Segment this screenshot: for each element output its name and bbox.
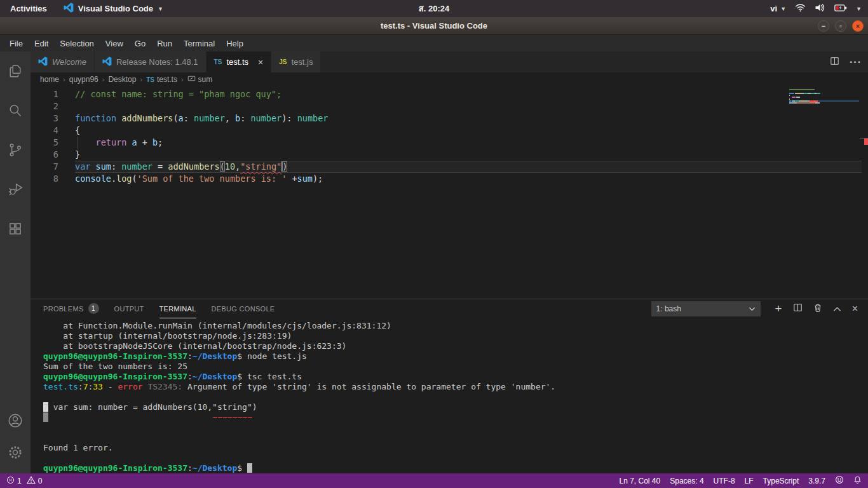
tab-release-notes-1.48.1[interactable]: Release Notes: 1.48.1 <box>95 51 206 72</box>
menubar: FileEditSelectionViewGoRunTerminalHelp <box>0 35 868 51</box>
keyboard-layout-indicator[interactable]: vi▼ <box>770 4 786 13</box>
breadcrumb-separator: › <box>139 76 144 83</box>
problems-status[interactable]: 1 0 <box>6 476 42 486</box>
line-number: 8 <box>31 173 58 185</box>
error-icon <box>6 476 15 486</box>
vscode-logo-icon <box>102 57 112 68</box>
breadcrumb-item-desktop[interactable]: Desktop <box>108 75 136 84</box>
breadcrumb-item-home[interactable]: home <box>40 75 59 84</box>
battery-icon <box>834 4 847 14</box>
terminal-output[interactable]: at Function.Module.runMain (internal/mod… <box>31 318 868 473</box>
minimap-line <box>789 95 859 96</box>
chevron-down-icon[interactable]: ▼ <box>856 6 862 12</box>
feedback-icon[interactable] <box>835 475 844 486</box>
indentation[interactable]: Spaces: 4 <box>670 477 703 485</box>
app-menu-label: Visual Studio Code <box>78 4 153 13</box>
minimize-button[interactable]: − <box>818 20 829 32</box>
more-actions-icon[interactable]: ··· <box>850 57 862 68</box>
problems-count-badge: 1 <box>88 303 99 314</box>
panel-tab-output[interactable]: OUTPUT <box>114 299 144 318</box>
code-line-7: var sum: number = addNumbers(10,"string"… <box>75 161 862 173</box>
run-debug-icon[interactable] <box>0 173 31 205</box>
breadcrumb-label: Desktop <box>108 75 136 84</box>
maximize-panel-icon[interactable] <box>833 303 841 315</box>
line-number: 5 <box>31 137 58 149</box>
menu-edit[interactable]: Edit <box>29 37 54 50</box>
app-menu[interactable]: Visual Studio Code ▼ <box>57 0 170 17</box>
eol-sequence[interactable]: LF <box>745 477 754 485</box>
menu-run[interactable]: Run <box>151 37 178 50</box>
split-editor-icon[interactable] <box>830 57 839 68</box>
breadcrumb-item-sum[interactable]: sum <box>187 74 213 85</box>
split-terminal-icon[interactable] <box>793 303 803 315</box>
tab-label: test.ts <box>226 57 248 67</box>
breadcrumb-separator: › <box>180 76 185 83</box>
menu-help[interactable]: Help <box>220 37 249 50</box>
ubuntu-top-bar: Activities Visual Studio Code ▼ ส. 20:24… <box>0 0 868 17</box>
panel-tab-debug-console[interactable]: DEBUG CONSOLE <box>212 299 275 318</box>
breadcrumb-item-quypn96[interactable]: quypn96 <box>69 75 98 84</box>
menu-view[interactable]: View <box>100 37 129 50</box>
clock[interactable]: ส. 20:24 <box>419 2 449 15</box>
panel-tab-label: TERMINAL <box>159 305 196 313</box>
minimap-line <box>789 100 859 102</box>
ts-file-icon: TS <box>146 76 154 83</box>
code-line-4: { <box>75 125 862 137</box>
system-tray[interactable]: vi▼ ▼ <box>770 3 862 14</box>
breadcrumb-item-test.ts[interactable]: TStest.ts <box>146 75 177 84</box>
code-editor[interactable]: 12345678 // const name: string = "pham n… <box>31 86 868 299</box>
panel-header: PROBLEMS1OUTPUTTERMINALDEBUG CONSOLE 1: … <box>31 299 868 318</box>
panel-tab-label: PROBLEMS <box>43 305 84 313</box>
accounts-icon[interactable] <box>0 405 31 437</box>
breadcrumb-separator: › <box>62 76 67 83</box>
menu-selection[interactable]: Selection <box>54 37 99 50</box>
terminal-line <box>43 392 868 402</box>
panel-tab-label: DEBUG CONSOLE <box>212 305 275 313</box>
menu-go[interactable]: Go <box>129 37 151 50</box>
activity-bar <box>0 51 31 473</box>
terminal-shell-select[interactable]: 1: bash <box>651 301 761 316</box>
maximize-button[interactable]: ▫ <box>835 20 846 32</box>
explorer-icon[interactable] <box>0 55 31 87</box>
panel-tab-problems[interactable]: PROBLEMS1 <box>43 299 99 318</box>
chevron-down-icon <box>749 304 756 313</box>
search-icon[interactable] <box>0 95 31 126</box>
language-mode[interactable]: TypeScript <box>763 477 799 485</box>
notifications-bell-icon[interactable] <box>853 475 862 486</box>
kill-terminal-trash-icon[interactable] <box>813 303 822 315</box>
extensions-icon[interactable] <box>0 213 31 245</box>
panel-tab-label: OUTPUT <box>114 305 144 313</box>
close-button[interactable]: × <box>852 20 864 32</box>
cursor-position[interactable]: Ln 7, Col 40 <box>619 477 660 485</box>
breadcrumb-separator: › <box>101 76 106 83</box>
encoding[interactable]: UTF-8 <box>714 477 735 485</box>
breadcrumb-label: sum <box>198 75 213 84</box>
ts-file-icon: TS <box>214 58 222 65</box>
code-line-8: console.log('Sum of the two numbers is: … <box>75 173 862 185</box>
panel-tab-terminal[interactable]: TERMINAL <box>159 299 196 318</box>
terminal-toolbar: 1: bash + × <box>651 301 858 316</box>
minimap[interactable] <box>789 89 859 104</box>
close-tab-icon[interactable]: × <box>258 57 263 67</box>
chevron-down-icon: ▼ <box>158 6 163 12</box>
new-terminal-icon[interactable]: + <box>775 304 782 313</box>
minimap-line <box>789 98 859 100</box>
line-number: 7 <box>31 161 58 173</box>
menu-terminal[interactable]: Terminal <box>178 37 220 50</box>
breadcrumb: home›quypn96›Desktop›TStest.ts›sum <box>31 72 868 86</box>
tab-test.js[interactable]: JStest.js <box>271 51 320 72</box>
close-panel-icon[interactable]: × <box>852 304 858 313</box>
menu-file[interactable]: File <box>4 37 29 50</box>
window-title: test.ts - Visual Studio Code <box>381 21 487 30</box>
terminal-line <box>43 423 868 433</box>
tab-welcome[interactable]: Welcome <box>31 51 94 72</box>
chevron-down-icon: ▼ <box>780 6 786 12</box>
typescript-version[interactable]: 3.9.7 <box>808 477 825 485</box>
settings-gear-icon[interactable] <box>0 437 31 468</box>
terminal-line: test.ts:7:33 - error TS2345: Argument of… <box>43 382 868 392</box>
tab-label: test.js <box>291 57 313 67</box>
activities-button[interactable]: Activities <box>0 0 57 17</box>
source-control-icon[interactable] <box>0 134 31 166</box>
minimap-line <box>789 91 859 92</box>
tab-test.ts[interactable]: TStest.ts× <box>207 51 271 72</box>
